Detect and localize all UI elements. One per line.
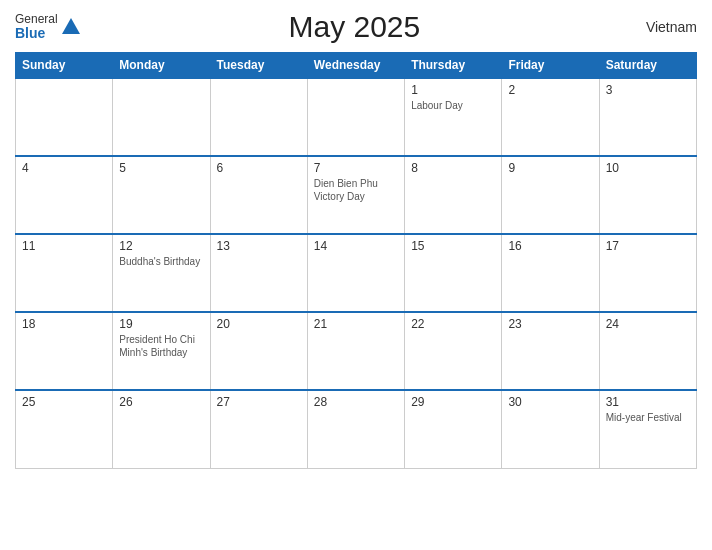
header-friday: Friday — [502, 53, 599, 79]
logo-blue-text: Blue — [15, 26, 58, 41]
calendar-cell: 1Labour Day — [405, 78, 502, 156]
calendar-cell: 13 — [210, 234, 307, 312]
calendar-cell: 4 — [16, 156, 113, 234]
day-number: 2 — [508, 83, 592, 97]
calendar-cell — [210, 78, 307, 156]
calendar-cell: 27 — [210, 390, 307, 468]
day-number: 15 — [411, 239, 495, 253]
calendar-cell: 25 — [16, 390, 113, 468]
event-text: Buddha's Birthday — [119, 255, 203, 268]
calendar-cell: 26 — [113, 390, 210, 468]
event-text: Mid-year Festival — [606, 411, 690, 424]
day-number: 20 — [217, 317, 301, 331]
calendar-cell: 20 — [210, 312, 307, 390]
day-number: 12 — [119, 239, 203, 253]
day-number: 5 — [119, 161, 203, 175]
calendar-cell — [307, 78, 404, 156]
calendar-cell: 2 — [502, 78, 599, 156]
calendar-cell — [16, 78, 113, 156]
day-number: 6 — [217, 161, 301, 175]
calendar-cell: 11 — [16, 234, 113, 312]
event-text: President Ho Chi Minh's Birthday — [119, 333, 203, 359]
calendar-cell: 3 — [599, 78, 696, 156]
calendar-cell: 7Dien Bien Phu Victory Day — [307, 156, 404, 234]
day-number: 7 — [314, 161, 398, 175]
header: General Blue May 2025 Vietnam — [15, 10, 697, 44]
header-sunday: Sunday — [16, 53, 113, 79]
day-number: 9 — [508, 161, 592, 175]
event-text: Dien Bien Phu Victory Day — [314, 177, 398, 203]
calendar-cell: 28 — [307, 390, 404, 468]
calendar-cell: 18 — [16, 312, 113, 390]
day-number: 29 — [411, 395, 495, 409]
day-number: 21 — [314, 317, 398, 331]
logo-general-text: General — [15, 13, 58, 26]
header-tuesday: Tuesday — [210, 53, 307, 79]
header-thursday: Thursday — [405, 53, 502, 79]
logo: General Blue — [15, 13, 82, 42]
header-monday: Monday — [113, 53, 210, 79]
day-number: 28 — [314, 395, 398, 409]
day-number: 4 — [22, 161, 106, 175]
calendar-cell: 9 — [502, 156, 599, 234]
day-number: 16 — [508, 239, 592, 253]
calendar-cell — [113, 78, 210, 156]
day-number: 31 — [606, 395, 690, 409]
calendar-cell: 21 — [307, 312, 404, 390]
calendar-cell: 23 — [502, 312, 599, 390]
calendar-cell: 12Buddha's Birthday — [113, 234, 210, 312]
week-row-5: 25262728293031Mid-year Festival — [16, 390, 697, 468]
calendar-cell: 24 — [599, 312, 696, 390]
country-label: Vietnam — [627, 19, 697, 35]
calendar-cell: 22 — [405, 312, 502, 390]
day-number: 27 — [217, 395, 301, 409]
header-wednesday: Wednesday — [307, 53, 404, 79]
week-row-4: 1819President Ho Chi Minh's Birthday2021… — [16, 312, 697, 390]
day-number: 13 — [217, 239, 301, 253]
week-row-3: 1112Buddha's Birthday1314151617 — [16, 234, 697, 312]
calendar-cell: 31Mid-year Festival — [599, 390, 696, 468]
week-row-2: 4567Dien Bien Phu Victory Day8910 — [16, 156, 697, 234]
calendar-cell: 8 — [405, 156, 502, 234]
calendar-cell: 15 — [405, 234, 502, 312]
logo-text: General Blue — [15, 13, 58, 42]
svg-marker-0 — [62, 18, 80, 34]
days-header-row: Sunday Monday Tuesday Wednesday Thursday… — [16, 53, 697, 79]
calendar-cell: 14 — [307, 234, 404, 312]
day-number: 23 — [508, 317, 592, 331]
day-number: 14 — [314, 239, 398, 253]
day-number: 1 — [411, 83, 495, 97]
day-number: 11 — [22, 239, 106, 253]
calendar-cell: 6 — [210, 156, 307, 234]
day-number: 24 — [606, 317, 690, 331]
day-number: 10 — [606, 161, 690, 175]
calendar-cell: 30 — [502, 390, 599, 468]
calendar-cell: 19President Ho Chi Minh's Birthday — [113, 312, 210, 390]
day-number: 30 — [508, 395, 592, 409]
day-number: 3 — [606, 83, 690, 97]
week-row-1: 1Labour Day23 — [16, 78, 697, 156]
day-number: 26 — [119, 395, 203, 409]
calendar-cell: 5 — [113, 156, 210, 234]
calendar-cell: 17 — [599, 234, 696, 312]
day-number: 17 — [606, 239, 690, 253]
logo-icon — [60, 16, 82, 38]
header-saturday: Saturday — [599, 53, 696, 79]
event-text: Labour Day — [411, 99, 495, 112]
day-number: 18 — [22, 317, 106, 331]
calendar-wrapper: General Blue May 2025 Vietnam Sunday Mon… — [0, 0, 712, 550]
day-number: 8 — [411, 161, 495, 175]
day-number: 19 — [119, 317, 203, 331]
calendar-title: May 2025 — [82, 10, 627, 44]
calendar-cell: 16 — [502, 234, 599, 312]
calendar-table: Sunday Monday Tuesday Wednesday Thursday… — [15, 52, 697, 469]
calendar-cell: 29 — [405, 390, 502, 468]
day-number: 22 — [411, 317, 495, 331]
calendar-cell: 10 — [599, 156, 696, 234]
day-number: 25 — [22, 395, 106, 409]
